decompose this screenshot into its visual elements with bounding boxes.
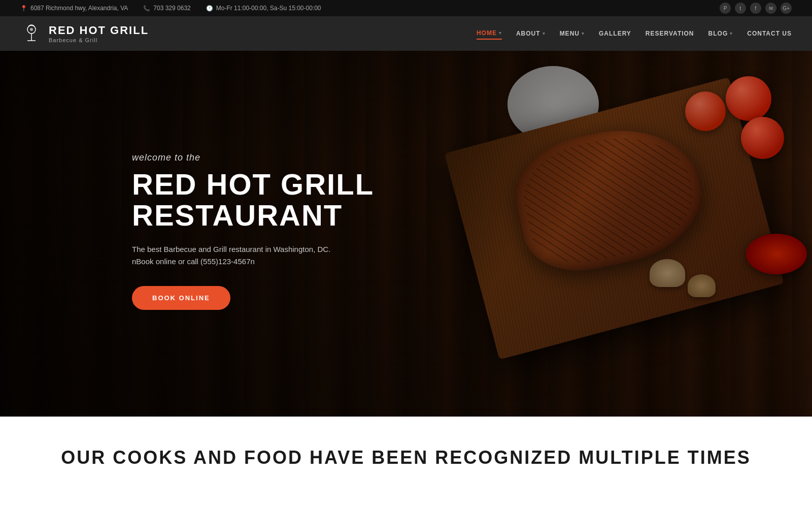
- logo[interactable]: RED HOT GRILL Barbecue & Grill: [20, 22, 149, 45]
- social-email[interactable]: ✉: [765, 3, 776, 14]
- phone-text: 703 329 0632: [153, 5, 190, 12]
- phone-icon: 📞: [143, 5, 150, 12]
- menu-arrow-icon: ▾: [582, 31, 585, 36]
- social-twitter[interactable]: t: [735, 3, 746, 14]
- header: RED HOT GRILL Barbecue & Grill HOME ▾ AB…: [0, 16, 812, 51]
- address-item: 📍 6087 Richmond hwy, Alexandria, VA: [20, 5, 128, 12]
- hero-section: welcome to the RED HOT GRILL RESTAURANT …: [0, 51, 812, 417]
- clock-icon: 🕐: [206, 5, 213, 12]
- logo-icon: [20, 22, 43, 45]
- hero-description: The best Barbecue and Grill restaurant i…: [132, 243, 416, 268]
- logo-name: RED HOT GRILL: [49, 24, 149, 37]
- main-nav: HOME ▾ ABOUT ▾ MENU ▾ GALLERY RESERVATIO…: [477, 27, 792, 40]
- hours-text: Mo-Fr 11:00-00:00, Sa-Su 15:00-00:00: [216, 5, 321, 12]
- nav-about[interactable]: ABOUT ▾: [516, 28, 546, 39]
- about-arrow-icon: ▾: [543, 31, 546, 36]
- nav-contact[interactable]: CONTACT US: [747, 28, 792, 39]
- nav-reservation[interactable]: RESERVATION: [646, 28, 694, 39]
- logo-text: RED HOT GRILL Barbecue & Grill: [49, 24, 149, 43]
- social-icons: P t f ✉ G+: [720, 3, 792, 14]
- home-arrow-icon: ▾: [499, 30, 502, 36]
- social-pinterest[interactable]: P: [720, 3, 731, 14]
- address-text: 6087 Richmond hwy, Alexandria, VA: [30, 5, 128, 12]
- hours-item: 🕐 Mo-Fr 11:00-00:00, Sa-Su 15:00-00:00: [206, 5, 321, 12]
- bottom-section: OUR COOKS AND FOOD HAVE BEEN RECOGNIZED …: [0, 417, 812, 489]
- hero-content: welcome to the RED HOT GRILL RESTAURANT …: [132, 152, 416, 310]
- bottom-title: OUR COOKS AND FOOD HAVE BEEN RECOGNIZED …: [20, 447, 792, 468]
- social-googleplus[interactable]: G+: [781, 3, 792, 14]
- nav-menu[interactable]: MENU ▾: [560, 28, 585, 39]
- logo-subtitle: Barbecue & Grill: [49, 37, 149, 43]
- hero-title: RED HOT GRILL RESTAURANT: [132, 169, 416, 231]
- nav-blog[interactable]: BLOG ▾: [708, 28, 733, 39]
- svg-point-3: [30, 28, 33, 31]
- nav-home[interactable]: HOME ▾: [477, 27, 502, 40]
- book-online-button[interactable]: BOOK ONLINE: [132, 286, 230, 310]
- location-icon: 📍: [20, 5, 27, 12]
- social-facebook[interactable]: f: [750, 3, 761, 14]
- nav-gallery[interactable]: GALLERY: [599, 28, 631, 39]
- blog-arrow-icon: ▾: [730, 31, 733, 36]
- hero-welcome-text: welcome to the: [132, 152, 416, 163]
- top-bar-left: 📍 6087 Richmond hwy, Alexandria, VA 📞 70…: [20, 5, 321, 12]
- phone-item: 📞 703 329 0632: [143, 5, 190, 12]
- top-bar: 📍 6087 Richmond hwy, Alexandria, VA 📞 70…: [0, 0, 812, 16]
